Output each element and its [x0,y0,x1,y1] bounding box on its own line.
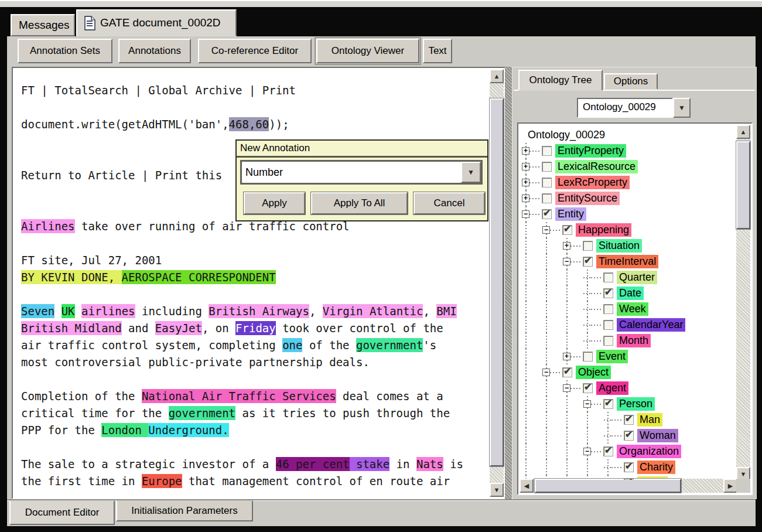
tree-label[interactable]: Entity [555,207,586,221]
annotation-highlight[interactable]: stake [350,457,390,471]
annotation-highlight[interactable]: government [356,338,423,352]
tree-checkbox[interactable] [583,241,593,251]
expand-icon[interactable]: + [522,147,529,155]
tree-label[interactable]: Month [617,334,651,347]
annotation-highlight[interactable]: London [101,423,148,437]
tree-checkbox[interactable] [583,352,593,362]
tree-checkbox[interactable]: ✔ [542,209,552,219]
tree-checkbox[interactable] [603,336,613,346]
tree-label[interactable]: Woman [637,429,678,442]
chevron-down-icon[interactable]: ▼ [461,162,481,183]
tab-document-editor[interactable]: Document Editor [9,500,115,525]
cancel-button[interactable]: Cancel [414,192,485,214]
ontology-combobox-value[interactable]: Ontology_00029 [577,98,673,118]
apply-to-all-button[interactable]: Apply To All [311,192,408,214]
annotation-highlight[interactable]: BY KEVIN DONE, [21,270,122,284]
document-text[interactable]: FT | TotalSearch | Global Archive | Prin… [14,68,472,498]
annotation-highlight[interactable]: 468,60 [229,117,269,131]
annotation-highlight[interactable]: National Air Traffic Services [142,389,336,403]
tree-checkbox[interactable] [542,162,552,172]
annotation-highlight[interactable]: British Midland [21,321,122,335]
tree-label[interactable]: Date [617,287,644,300]
tree-hscroll-thumb[interactable] [535,479,681,493]
annotation-highlight[interactable]: Virgin Atlantic [323,304,423,318]
tree-checkbox[interactable] [542,193,552,203]
collapse-icon[interactable]: − [583,448,591,455]
arrow-right-icon[interactable]: ▶ [723,479,737,493]
tree-horizontal-scrollbar[interactable]: ◀ ▶ [520,479,737,493]
tree-label[interactable]: Object [576,366,611,379]
apply-button[interactable]: Apply [244,192,305,214]
tree-checkbox[interactable] [603,272,613,282]
tree-label[interactable]: TimeInterval [596,255,658,268]
arrow-left-icon[interactable]: ◀ [520,479,534,493]
ontology-tree[interactable]: Ontology_00029+EntityProperty+LexicalRes… [520,125,737,480]
tab-ontology-tree[interactable]: Ontology Tree [518,70,603,91]
tree-checkbox[interactable]: ✔ [562,225,572,235]
tree-label[interactable]: Quarter [617,271,657,284]
annotation-highlight[interactable]: 46 per cent [276,457,350,471]
arrow-up-icon[interactable]: ▲ [490,69,504,83]
tree-label[interactable]: Happening [576,223,631,237]
tree-checkbox[interactable]: ✔ [603,446,613,456]
tree-label[interactable]: Week [617,302,648,316]
tree-checkbox[interactable] [603,304,613,314]
annotation-highlight[interactable]: EasyJet [155,321,202,335]
collapse-icon[interactable]: − [522,210,529,218]
annotation-highlight[interactable]: one [282,338,302,352]
doc-scroll-thumb[interactable] [490,98,504,466]
collapse-icon[interactable]: − [542,369,550,376]
tree-label[interactable]: Ontology_00029 [525,128,607,142]
tree-label[interactable]: LexicalResource [555,160,638,173]
tree-checkbox[interactable]: ✔ [624,415,634,425]
tree-checkbox[interactable]: ✔ [562,367,572,377]
tree-label[interactable]: Agent [596,381,628,395]
chevron-down-icon[interactable]: ▼ [673,98,691,118]
tree-label[interactable]: LexRcProperty [555,176,630,189]
expand-icon[interactable]: + [563,353,570,360]
annotation-highlight[interactable]: airlines [81,304,135,318]
tree-checkbox[interactable]: ✔ [603,399,613,409]
collapse-icon[interactable]: − [563,384,570,392]
tree-label[interactable]: EntityProperty [555,144,626,158]
expand-icon[interactable]: + [522,163,529,170]
doc-vertical-scrollbar[interactable]: ▲ ▼ [490,69,504,497]
annotation-highlight[interactable]: Seven [21,304,54,318]
split-pane-divider[interactable] [505,67,512,499]
tab-initialisation-parameters[interactable]: Initialisation Parameters [116,500,253,521]
tree-vertical-scrollbar[interactable]: ▲ ▼ [736,125,750,481]
tree-label[interactable]: Event [596,350,628,363]
tab-document[interactable]: GATE document_0002D [76,9,237,36]
arrow-up-icon[interactable]: ▲ [736,125,750,139]
annotation-type-combobox[interactable]: Number ▼ [240,160,483,185]
arrow-down-icon[interactable]: ▼ [490,483,504,497]
tree-label[interactable]: Situation [596,239,642,253]
tree-label[interactable]: Organization [617,445,681,458]
annotation-highlight[interactable]: AEROSPACE CORRESPONDENT [122,270,276,284]
tree-label[interactable]: Charity [637,461,675,474]
expand-icon[interactable]: + [522,179,529,186]
collapse-icon[interactable]: − [583,400,591,408]
annotation-highlight[interactable]: Airlines [21,219,75,233]
annotation-highlight[interactable]: BMI [436,304,456,318]
tree-label[interactable]: EntitySource [555,192,620,205]
tree-checkbox[interactable]: ✔ [624,478,634,480]
tree-label[interactable]: CalendarYear [617,318,685,332]
tree-vscroll-thumb[interactable] [736,141,750,229]
tree-checkbox[interactable] [542,178,552,187]
annotation-highlight[interactable]: Europe [142,474,182,488]
tab-messages[interactable]: Messages [11,14,75,36]
tree-label[interactable]: Man [637,413,662,427]
annotation-highlight[interactable]: Friday [235,321,276,335]
text-button[interactable]: Text [423,39,452,63]
annotation-highlight[interactable]: Underground. [148,423,228,437]
tree-checkbox[interactable]: ✔ [603,288,613,298]
tree-checkbox[interactable]: ✔ [583,383,593,393]
expand-icon[interactable]: + [563,242,570,250]
ontology-viewer-button[interactable]: Ontology Viewer [316,39,419,63]
tab-options[interactable]: Options [604,73,658,90]
coreference-editor-button[interactable]: Co-reference Editor [198,39,312,63]
annotation-highlight[interactable]: UK [61,304,75,318]
annotation-highlight[interactable]: British Airways [209,304,309,318]
annotation-type-value[interactable]: Number [242,162,461,183]
